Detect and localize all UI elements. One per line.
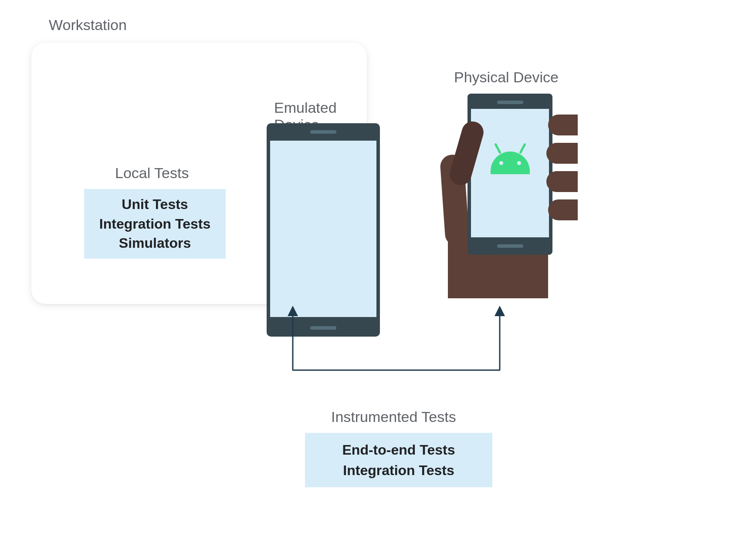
local-tests-item: Integration Tests bbox=[99, 214, 210, 234]
workstation-card: Local Tests Unit Tests Integration Tests… bbox=[31, 43, 367, 304]
instrumented-tests-box: End-to-end Tests Integration Tests bbox=[305, 433, 492, 487]
connector-arrows bbox=[292, 305, 500, 377]
local-tests-box: Unit Tests Integration Tests Simulators bbox=[84, 189, 226, 259]
physical-device-label: Physical Device bbox=[454, 69, 559, 86]
android-icon bbox=[491, 152, 530, 174]
instrumented-tests-item: End-to-end Tests bbox=[342, 440, 455, 460]
local-tests-item: Simulators bbox=[119, 233, 191, 253]
hand-icon bbox=[444, 94, 574, 298]
local-tests-label: Local Tests bbox=[115, 165, 189, 182]
phone-icon bbox=[467, 94, 552, 255]
instrumented-tests-item: Integration Tests bbox=[343, 460, 454, 480]
local-tests-item: Unit Tests bbox=[122, 195, 188, 214]
physical-device-icon bbox=[444, 94, 574, 298]
instrumented-tests-label: Instrumented Tests bbox=[331, 408, 456, 425]
workstation-label: Workstation bbox=[49, 17, 127, 34]
